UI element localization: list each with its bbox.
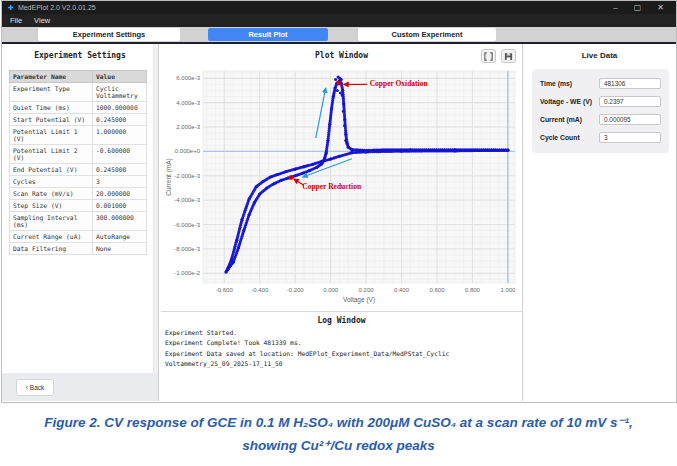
- settings-scrollbar[interactable]: [153, 44, 158, 374]
- table-row: Potential Limit 1 (V)1.000000: [10, 126, 147, 145]
- column-value: Value: [93, 71, 147, 83]
- param-value: 1000.000000: [93, 102, 147, 114]
- app-logo-icon: ✚: [8, 4, 14, 11]
- live-data-title: Live Data: [523, 44, 676, 60]
- x-tick-label: 0.600: [429, 287, 445, 293]
- column-parameter-name: Parameter Name: [10, 71, 93, 83]
- param-name: Start Potential (V): [10, 114, 93, 126]
- param-value: 20.000000: [93, 188, 147, 200]
- tab-result-plot[interactable]: Result Plot: [208, 28, 328, 41]
- x-tick-label: 1.000: [500, 287, 516, 293]
- param-name: Potential Limit 1 (V): [10, 126, 93, 145]
- autoscale-button[interactable]: [481, 49, 496, 63]
- log-line: Experiment Data saved at location: MedEP…: [165, 349, 518, 370]
- log-lines: Experiment Started.Experiment Complete! …: [161, 325, 522, 370]
- live-row: Time (ms)481306: [540, 78, 661, 89]
- x-tick-label: 0.000: [323, 287, 339, 293]
- back-button[interactable]: ‹ Back: [16, 379, 54, 396]
- log-line: Experiment Started.: [165, 328, 518, 338]
- experiment-settings-panel: Experiment Settings Parameter Name Value…: [2, 44, 159, 401]
- x-tick-label: 0.200: [359, 287, 375, 293]
- log-window-title: Log Window: [161, 312, 522, 325]
- live-field-label: Cycle Count: [540, 134, 580, 141]
- back-label: Back: [30, 384, 44, 391]
- title-bar: ✚ MedEPlot 2.0 V2.0.01.25 – ▢ ✕: [2, 1, 676, 14]
- y-tick-label: 6.000e-3: [176, 75, 200, 81]
- param-value: 0.245000: [93, 114, 147, 126]
- x-tick-label: 0.800: [465, 287, 481, 293]
- plot-panel: Plot Window -0.600-0.400-0.2000.0000.200…: [161, 44, 523, 401]
- param-value: 1.000000: [93, 126, 147, 145]
- save-icon: [504, 52, 513, 61]
- table-row: Scan Rate (mV/s)20.000000: [10, 188, 147, 200]
- live-field-value[interactable]: 0.2397: [599, 96, 661, 107]
- annotation-label: Copper Oxidation: [370, 79, 429, 88]
- x-tick-label: -0.200: [287, 287, 305, 293]
- param-name: Experiment Type: [10, 83, 93, 102]
- x-tick-label: 0.400: [394, 287, 410, 293]
- live-data-section: Live Data Time (ms)481306Voltage - WE (V…: [523, 44, 676, 401]
- param-value: AutoRange: [93, 231, 147, 243]
- table-row: Step Size (V)0.001000: [10, 200, 147, 212]
- menu-file[interactable]: File: [10, 16, 22, 25]
- table-row: Potential Limit 2 (V)-0.600000: [10, 145, 147, 164]
- table-row: End Potential (V)0.245000: [10, 164, 147, 176]
- expand-brackets-icon: [484, 52, 493, 61]
- cv-plot[interactable]: -0.600-0.400-0.2000.0000.2000.4000.6000.…: [163, 65, 521, 309]
- y-tick-label: -2.000e-3: [174, 173, 200, 179]
- experiment-settings-title: Experiment Settings: [2, 44, 158, 60]
- y-tick-label: -8.000e-3: [174, 246, 200, 252]
- x-axis-label: Voltage (V): [343, 296, 375, 304]
- y-tick-label: -6.000e-3: [174, 222, 200, 228]
- maximize-icon[interactable]: ▢: [634, 3, 642, 12]
- param-value: Cyclic Voltammetry: [93, 83, 147, 102]
- param-name: Potential Limit 2 (V): [10, 145, 93, 164]
- app-window: ✚ MedEPlot 2.0 V2.0.01.25 – ▢ ✕ File Vie…: [1, 0, 677, 403]
- param-name: Scan Rate (mV/s): [10, 188, 93, 200]
- table-row: Sampling Interval (ms)300.000000: [10, 212, 147, 231]
- table-row: Experiment TypeCyclic Voltammetry: [10, 83, 147, 102]
- param-value: 0.245000: [93, 164, 147, 176]
- param-value: 0.001000: [93, 200, 147, 212]
- table-row: Start Potential (V)0.245000: [10, 114, 147, 126]
- y-tick-label: 4.000e-3: [176, 100, 200, 106]
- live-field-label: Time (ms): [540, 80, 572, 87]
- back-chevron-icon: ‹: [26, 384, 28, 391]
- annotation-peak-dot: [289, 175, 294, 180]
- live-field-value[interactable]: 3: [599, 132, 661, 143]
- annotation-label: Copper Reduction: [302, 182, 362, 191]
- window-title: MedEPlot 2.0 V2.0.01.25: [18, 4, 96, 11]
- param-name: Current Range (uA): [10, 231, 93, 243]
- settings-table: Parameter Name Value Experiment TypeCycl…: [9, 70, 147, 255]
- param-name: End Potential (V): [10, 164, 93, 176]
- annotation-peak-dot: [336, 81, 341, 86]
- menu-view[interactable]: View: [34, 16, 50, 25]
- caption-line-2: showing Cu²⁺/Cu redox peaks: [0, 435, 677, 458]
- table-row: Current Range (uA)AutoRange: [10, 231, 147, 243]
- param-name: Sampling Interval (ms): [10, 212, 93, 231]
- x-tick-label: -0.600: [216, 287, 234, 293]
- live-field-value[interactable]: 481306: [599, 78, 661, 89]
- live-field-value[interactable]: 0.000095: [599, 114, 661, 125]
- param-value: -0.600000: [93, 145, 147, 164]
- live-row: Current (mA)0.000095: [540, 114, 661, 125]
- y-tick-label: 2.000e-3: [176, 124, 200, 130]
- tab-experiment-settings[interactable]: Experiment Settings: [38, 28, 180, 41]
- param-name: Quiet Time (ms): [10, 102, 93, 114]
- y-tick-label: -4.000e-3: [174, 197, 200, 203]
- tab-bar: Experiment Settings Result Plot Custom E…: [2, 27, 676, 44]
- y-tick-label: 0.000e+0: [175, 148, 201, 154]
- plot-window-title: Plot Window: [161, 44, 522, 60]
- param-value: None: [93, 243, 147, 255]
- y-tick-label: -1.000e-2: [174, 270, 200, 276]
- figure-caption: Figure 2. CV response of GCE in 0.1 M H₂…: [0, 412, 677, 458]
- menu-bar: File View: [2, 14, 676, 27]
- param-name: Data Filtering: [10, 243, 93, 255]
- save-plot-button[interactable]: [501, 49, 516, 63]
- live-field-label: Voltage - WE (V): [540, 98, 592, 105]
- minimize-icon[interactable]: –: [613, 3, 617, 12]
- close-icon[interactable]: ✕: [657, 3, 664, 12]
- param-value: 300.000000: [93, 212, 147, 231]
- tab-custom-experiment[interactable]: Custom Experiment: [358, 28, 496, 41]
- live-field-label: Current (mA): [540, 116, 582, 123]
